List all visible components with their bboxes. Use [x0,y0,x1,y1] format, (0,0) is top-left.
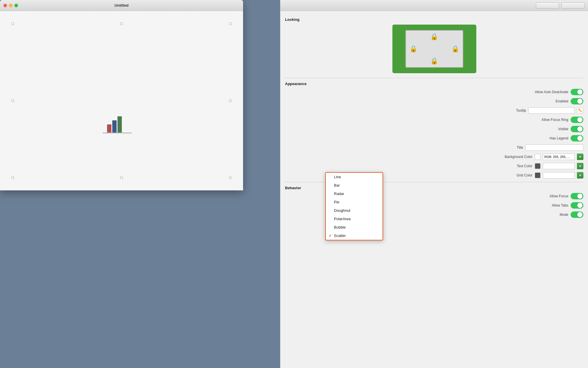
label-allow-focus-ring: Allow Focus Ring [285,118,568,122]
row-allow-auto-deactivate: Allow Auto Deactivate [285,89,583,95]
toggle-allow-focus[interactable] [571,193,583,199]
handle-bl[interactable] [12,176,14,179]
label-title: Title [285,146,523,150]
toggle-allow-auto-deactivate[interactable] [571,89,583,95]
row-title: Title [285,144,583,151]
dropdown-item-polararea[interactable]: PolarArea [326,215,383,223]
label-background-color: Background Color [285,155,532,159]
inspector-top-bar [280,0,588,11]
toggle-allow-focus-ring[interactable] [571,117,583,123]
bar-1 [107,124,111,133]
row-tooltip: Tooltip ✏️ [285,107,583,114]
toggle-visible[interactable] [571,126,583,132]
toggle-enabled[interactable] [571,98,583,104]
handle-mr[interactable] [229,100,231,102]
handle-bc[interactable] [120,176,123,179]
window-content [0,11,243,190]
lock-icon-top: 🔒 [430,33,438,41]
dropdown-item-bubble[interactable]: Bubble [326,223,383,231]
dropdown-menu: Line Bar Radar Pie Doughnut PolarArea Bu… [325,172,383,240]
top-bar-btn-2[interactable] [561,2,585,9]
divider-1 [285,78,583,78]
dropdown-item-line[interactable]: Line [326,173,383,181]
color-swatch-text[interactable] [535,163,541,169]
handle-tr[interactable] [229,23,231,25]
toggle-mode[interactable] [571,211,583,218]
edit-icon-tooltip[interactable]: ✏️ [577,107,583,114]
locking-widget: 🔒 🔒 🔒 🔒 [392,25,476,73]
label-visible: Visible [285,127,568,131]
lock-icon-right: 🔒 [451,45,459,53]
label-allow-auto-deactivate: Allow Auto Deactivate [285,90,568,94]
handle-br[interactable] [229,176,231,179]
traffic-lights [3,4,18,7]
locking-inner: 🔒 🔒 🔒 🔒 [405,30,463,68]
input-tooltip[interactable] [528,107,575,114]
color-swatch-bg[interactable] [535,154,541,160]
toggle-has-legend[interactable] [571,135,583,141]
row-text-color: Text Color ▼ [285,163,583,169]
label-tooltip: Tooltip [285,108,526,113]
inspector-panel: Locking 🔒 🔒 🔒 🔒 Appearance Allow Auto De… [280,0,588,368]
label-grid-color: Grid Color [285,173,532,177]
appearance-section-title: Appearance [285,82,583,86]
row-allow-focus-ring: Allow Focus Ring [285,117,583,123]
label-has-legend: Has Legend [285,136,568,140]
row-enabled: Enabled [285,98,583,104]
color-swatch-grid[interactable] [535,172,541,178]
top-bar-btn-1[interactable] [536,2,559,9]
dropdown-item-pie[interactable]: Pie [326,198,383,206]
row-visible: Visible [285,126,583,132]
dropdown-item-radar[interactable]: Radar [326,189,383,198]
chart-bars [107,116,122,133]
mac-window: Untitled [0,0,243,190]
bar-3 [117,116,122,133]
handle-tl[interactable] [12,23,14,25]
input-grid-color[interactable] [543,172,575,179]
window-titlebar: Untitled [0,0,243,11]
maximize-button[interactable] [14,4,18,7]
bar-2 [112,120,117,133]
handle-ml[interactable] [12,100,14,102]
row-background-color: Background Color ▼ [285,154,583,160]
handle-tc[interactable] [120,23,123,25]
canvas-area: Untitled [0,0,280,368]
label-text-color: Text Color [285,164,532,168]
dropdown-arrow-bg[interactable]: ▼ [577,154,583,160]
input-title[interactable] [525,144,583,151]
dropdown-item-doughnut[interactable]: Doughnut [326,206,383,215]
window-title: Untitled [115,3,128,8]
lock-icon-bottom: 🔒 [430,57,438,65]
close-button[interactable] [3,4,7,7]
dropdown-arrow-grid[interactable]: ▼ [577,172,583,179]
label-enabled: Enabled [285,99,568,103]
minimize-button[interactable] [9,4,12,7]
dropdown-item-bar[interactable]: Bar [326,181,383,189]
input-text-color[interactable] [543,163,575,169]
chart-baseline [103,133,132,133]
dropdown-item-scatter[interactable]: Scatter [326,231,383,240]
locking-section-title: Locking [285,17,583,22]
row-has-legend: Has Legend [285,135,583,141]
input-background-color[interactable] [543,154,575,160]
lock-icon-left: 🔒 [409,45,417,53]
dropdown-arrow-text[interactable]: ▼ [577,163,583,169]
toggle-allow-tabs[interactable] [571,202,583,209]
